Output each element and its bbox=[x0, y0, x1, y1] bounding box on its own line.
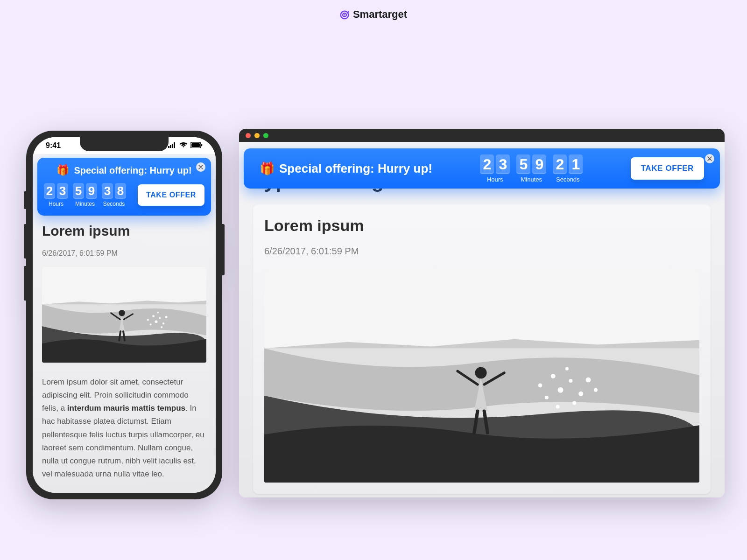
banner-title: Special offering: Hurry up! bbox=[279, 161, 432, 176]
hours-label: Hours bbox=[480, 176, 510, 183]
close-icon[interactable] bbox=[705, 154, 714, 163]
svg-point-14 bbox=[159, 317, 161, 319]
offer-banner: 🎁 Special offering: Hurry up! 2 3 Hours … bbox=[244, 148, 720, 189]
seconds-digit-1: 3 bbox=[102, 183, 113, 199]
svg-rect-6 bbox=[174, 142, 175, 148]
minutes-digit-1: 5 bbox=[73, 183, 84, 199]
svg-rect-23 bbox=[264, 270, 699, 349]
signal-icon bbox=[168, 141, 176, 150]
hours-digit-1: 2 bbox=[480, 154, 494, 174]
gift-icon: 🎁 bbox=[260, 161, 275, 176]
traffic-light-close[interactable] bbox=[246, 133, 251, 138]
traffic-light-zoom[interactable] bbox=[263, 133, 268, 138]
hours-digit-1: 2 bbox=[44, 183, 55, 199]
seconds-digit-2: 1 bbox=[569, 154, 583, 174]
desktop-article: Typical Design Lorem ipsum 6/26/2017, 6:… bbox=[239, 169, 725, 494]
svg-rect-9 bbox=[201, 144, 202, 147]
brand-name: Smartarget bbox=[353, 8, 407, 21]
minutes-digit-1: 5 bbox=[516, 154, 530, 174]
post-date: 6/26/2017, 6:01:59 PM bbox=[264, 246, 699, 257]
post-date: 6/26/2017, 6:01:59 PM bbox=[42, 249, 206, 258]
svg-point-20 bbox=[147, 319, 149, 321]
take-offer-button[interactable]: TAKE OFFER bbox=[631, 157, 704, 180]
seconds-label: Seconds bbox=[102, 201, 126, 207]
svg-point-30 bbox=[565, 367, 569, 371]
phone-mock: 9:41 Lorem ipsum 6/26/20 bbox=[26, 131, 222, 499]
offer-banner: 🎁 Special offering: Hurry up! 2 3 bbox=[37, 158, 211, 216]
svg-rect-3 bbox=[168, 146, 169, 148]
phone-power-button bbox=[222, 224, 225, 275]
countdown: 2 3 Hours 5 9 Minutes 2 bbox=[480, 154, 583, 183]
countdown-minutes: 5 9 Minutes bbox=[73, 183, 97, 207]
svg-rect-5 bbox=[172, 144, 173, 148]
svg-rect-11 bbox=[42, 267, 206, 304]
countdown-hours: 2 3 Hours bbox=[480, 154, 510, 183]
status-time: 9:41 bbox=[46, 141, 61, 150]
hours-digit-2: 3 bbox=[496, 154, 510, 174]
svg-point-31 bbox=[586, 378, 591, 383]
svg-rect-8 bbox=[191, 143, 200, 147]
svg-point-19 bbox=[165, 316, 167, 318]
svg-point-21 bbox=[161, 326, 162, 328]
phone-notch bbox=[80, 137, 169, 151]
svg-point-15 bbox=[152, 315, 155, 317]
wifi-icon bbox=[179, 141, 188, 150]
traffic-light-minimize[interactable] bbox=[254, 133, 260, 138]
take-offer-button[interactable]: TAKE OFFER bbox=[138, 184, 204, 206]
svg-point-34 bbox=[594, 388, 598, 392]
svg-point-17 bbox=[150, 323, 152, 325]
svg-point-24 bbox=[475, 367, 487, 378]
banner-title: Special offering: Hurry up! bbox=[74, 165, 191, 176]
countdown-seconds: 2 1 Seconds bbox=[553, 154, 583, 183]
svg-point-28 bbox=[578, 392, 583, 396]
seconds-digit-1: 2 bbox=[553, 154, 567, 174]
post-body: Lorem ipsum dolor sit amet, consectetur … bbox=[42, 376, 206, 480]
hours-digit-2: 3 bbox=[57, 183, 68, 199]
svg-point-35 bbox=[556, 405, 560, 409]
svg-point-32 bbox=[538, 384, 543, 388]
countdown-seconds: 3 8 Seconds bbox=[102, 183, 126, 207]
countdown-minutes: 5 9 Minutes bbox=[516, 154, 546, 183]
svg-point-25 bbox=[558, 387, 564, 393]
svg-point-16 bbox=[162, 322, 165, 325]
close-icon[interactable] bbox=[196, 162, 205, 172]
seconds-label: Seconds bbox=[553, 176, 583, 183]
countdown-hours: 2 3 Hours bbox=[44, 183, 68, 207]
svg-point-13 bbox=[155, 320, 158, 323]
svg-point-29 bbox=[545, 396, 549, 399]
minutes-label: Minutes bbox=[516, 176, 546, 183]
svg-point-27 bbox=[551, 374, 556, 378]
brand-logo: Smartarget bbox=[340, 8, 407, 21]
post-title: Lorem ipsum bbox=[42, 223, 206, 239]
gift-icon: 🎁 bbox=[56, 164, 69, 176]
minutes-label: Minutes bbox=[73, 201, 97, 207]
post-title: Lorem ipsum bbox=[264, 217, 699, 235]
battery-icon bbox=[190, 141, 203, 150]
seconds-digit-2: 8 bbox=[115, 183, 126, 199]
svg-point-26 bbox=[569, 379, 572, 383]
minutes-digit-2: 9 bbox=[86, 183, 97, 199]
countdown: 2 3 Hours 5 9 Minutes bbox=[44, 183, 126, 207]
post-body-strong: interdum mauris mattis tempus bbox=[67, 404, 185, 413]
hero-image bbox=[264, 270, 699, 483]
target-icon bbox=[340, 9, 350, 20]
post-body-post: . In hac habitasse platea dictumst. Etia… bbox=[42, 404, 204, 478]
svg-rect-4 bbox=[170, 145, 171, 148]
hero-image bbox=[42, 267, 206, 363]
post-card: Lorem ipsum 6/26/2017, 6:01:59 PM bbox=[253, 204, 711, 494]
browser-titlebar bbox=[239, 129, 725, 142]
svg-point-12 bbox=[119, 310, 125, 316]
svg-point-33 bbox=[572, 401, 576, 405]
hours-label: Hours bbox=[44, 201, 68, 207]
phone-article: Lorem ipsum 6/26/2017, 6:01:59 PM bbox=[33, 223, 216, 493]
minutes-digit-2: 9 bbox=[532, 154, 546, 174]
svg-point-18 bbox=[157, 312, 159, 314]
svg-point-2 bbox=[344, 14, 345, 16]
desktop-mock: Typical Design Lorem ipsum 6/26/2017, 6:… bbox=[239, 129, 725, 497]
